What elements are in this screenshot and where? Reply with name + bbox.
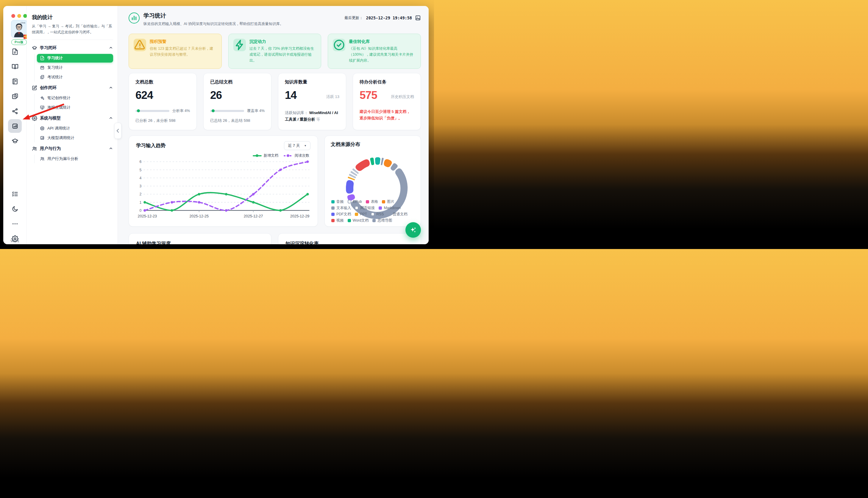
- alert-text: 你有 123 篇文档已超过 7 天未分析，建议尽快安排阅读与整理。: [150, 46, 217, 58]
- sidebar-nav: 学习闭环 学习统计 复习统计 考试统计 创作闭环 笔记创作统计 海报生成统计: [32, 43, 113, 163]
- nav-item-label: 考试统计: [47, 75, 63, 80]
- alert-best-conversion-base: 最佳转化库 《豆包 AI》知识库转化率最高（100%），建议优先复习相关卡片并持…: [328, 34, 421, 69]
- trend-line-chart: 01234562025-12-232025-12-252025-12-27202…: [136, 159, 311, 221]
- sidebar-item-note-creation-stats[interactable]: 笔记创作统计: [37, 94, 113, 103]
- rail-documents-button[interactable]: [11, 48, 18, 55]
- graduation-icon: [12, 137, 18, 144]
- rail-share-button[interactable]: [11, 107, 18, 115]
- sidebar-item-llm-call-stats[interactable]: 大模型调用统计: [37, 134, 113, 142]
- nav-group-system-and-models[interactable]: 系统与模型: [32, 113, 113, 123]
- alert-distillation-momentum: 沉淀动力 过去 7 天，你 73% 的学习文档都没有生成笔记，请尝试用知识卡或海…: [228, 34, 322, 69]
- svg-text:2025-12-25: 2025-12-25: [189, 214, 209, 218]
- sidebar-item-user-behavior-funnel[interactable]: 用户行为漏斗分析: [37, 155, 113, 163]
- rail-dark-mode-button[interactable]: [11, 205, 18, 212]
- stat-caption: 已分析 26，未分析 598: [135, 117, 190, 124]
- nav-item-label: 用户行为漏斗分析: [47, 156, 78, 161]
- donut-legend-item[interactable]: PPT: [355, 211, 367, 217]
- progress-dot: [137, 109, 140, 112]
- nav-item-label: API 调用统计: [47, 126, 70, 131]
- sidebar: 我的统计 从「学习 → 复习 → 考试」到「创作输出」与「系统调用」，一站式总览…: [27, 6, 118, 244]
- donut-legend-item[interactable]: 网页链接: [355, 205, 375, 211]
- svg-text:2025-12-29: 2025-12-29: [290, 214, 310, 218]
- avatar-name-label: Chris: [21, 22, 26, 24]
- progress-label: 覆盖率 4%: [247, 108, 265, 114]
- source-chart-title: 文档来源分布: [331, 141, 415, 148]
- nav-group-users-and-behavior[interactable]: 用户与行为: [32, 144, 113, 154]
- card-title: AI 辅助学习深度: [136, 241, 264, 244]
- chevron-up-icon: [109, 45, 113, 50]
- svg-text:1: 1: [140, 200, 142, 205]
- rail-more-button[interactable]: [11, 220, 18, 227]
- gear-icon: [32, 116, 37, 121]
- donut-legend-item[interactable]: RSS: [371, 211, 384, 217]
- ai-learning-depth-card: AI 辅助学习深度: [128, 233, 271, 244]
- stat-title: 待办分析任务: [360, 79, 414, 85]
- avatar[interactable]: Chris: [11, 20, 27, 38]
- donut-legend-item[interactable]: Markdown: [379, 205, 401, 211]
- presentation-icon: [40, 105, 45, 110]
- sidebar-item-poster-generation-stats[interactable]: 海报生成统计: [37, 103, 113, 112]
- nav-item-label: 复习统计: [47, 65, 63, 70]
- stat-value: 575: [360, 90, 377, 101]
- rail-library-button[interactable]: [11, 63, 18, 70]
- sidebar-collapse-button[interactable]: [114, 123, 121, 139]
- nav-group-creation-loop[interactable]: 创作闭环: [32, 83, 113, 93]
- nav-item-label: 学习统计: [47, 55, 63, 61]
- donut-legend-item[interactable]: 表格: [366, 199, 378, 205]
- export-image-icon[interactable]: [415, 15, 421, 21]
- chevron-up-icon: [109, 86, 113, 90]
- nav-group-study-loop[interactable]: 学习闭环: [32, 43, 113, 53]
- donut-legend-item[interactable]: EPub: [348, 199, 362, 205]
- bar-square-icon: [12, 123, 18, 130]
- notebook-icon: [12, 78, 18, 85]
- sidebar-item-api-call-stats[interactable]: API 调用统计: [37, 124, 113, 133]
- donut-legend-item[interactable]: PDF文档: [331, 211, 351, 217]
- donut-legend-item[interactable]: 音频: [331, 199, 344, 205]
- alert-text: 过去 7 天，你 73% 的学习文档都没有生成笔记，请尝试用知识卡或海报进行输出…: [249, 46, 316, 64]
- rail-statistics-button[interactable]: [8, 119, 22, 133]
- donut-legend-item[interactable]: 普通文档: [388, 211, 407, 217]
- rail-learning-button[interactable]: [11, 137, 18, 144]
- sidebar-item-exam-stats[interactable]: 考试统计: [37, 73, 113, 82]
- svg-text:2025-12-27: 2025-12-27: [244, 214, 263, 218]
- alert-row: 囤积预警 你有 123 篇文档已超过 7 天未分析，建议尽快安排阅读与整理。 沉…: [128, 34, 421, 69]
- nav-item-label: 笔记创作统计: [47, 95, 70, 101]
- stat-value: 14: [285, 90, 297, 101]
- donut-legend-item[interactable]: 文本输入: [331, 205, 351, 211]
- stat-row: 文档总数 624 分析率 4% 已分析 26，未分析 598 已总结文档 26 …: [128, 73, 421, 130]
- donut-legend-item[interactable]: Word文档: [348, 218, 369, 223]
- ai-assistant-fab[interactable]: [405, 222, 421, 238]
- stat-value: 26: [210, 90, 222, 101]
- donut-legend-item[interactable]: 思维导图: [372, 218, 392, 223]
- close-button[interactable]: [11, 14, 15, 18]
- date-range-select[interactable]: 近 7 天▼: [284, 141, 311, 150]
- file-text-icon: [12, 48, 18, 55]
- nav-item-label: 海报生成统计: [47, 105, 70, 110]
- alert-title: 囤积预警: [150, 39, 217, 44]
- stat-title: 知识库数量: [285, 79, 339, 85]
- rail-tasks-button[interactable]: [11, 190, 18, 197]
- progress-dot: [212, 109, 215, 112]
- main-content: 学习统计 纵览你的文档输入规模、AI 协同深度与知识沉淀转化情况，帮助你打造高质…: [118, 6, 429, 244]
- card-title: 知识沉淀转化率: [285, 241, 413, 244]
- users-icon: [40, 156, 45, 161]
- trend-legend-reads[interactable]: 阅读次数: [284, 153, 309, 158]
- check-circle-icon: [333, 39, 345, 51]
- donut-legend-item[interactable]: 视频: [331, 218, 344, 223]
- chevron-up-icon: [109, 146, 113, 151]
- rail-flashcards-button[interactable]: [11, 93, 18, 100]
- nav-group-label: 创作闭环: [40, 85, 106, 91]
- stat-caption: 活跃知识库： WiseMindAI / AI工具派 / 重新分析 等: [285, 109, 339, 123]
- page-title: 学习统计: [144, 13, 283, 19]
- donut-legend-item[interactable]: 图片: [382, 199, 394, 205]
- warn-icon: [134, 39, 146, 51]
- sidebar-item-study-stats[interactable]: 学习统计: [37, 54, 113, 63]
- trend-legend-new-docs[interactable]: 新增文档: [253, 153, 278, 158]
- stat-side-label: 历史积压文档: [391, 94, 414, 101]
- progress-track: [210, 110, 244, 112]
- sidebar-item-review-stats[interactable]: 复习统计: [37, 63, 113, 72]
- sidebar-title: 我的统计: [32, 14, 113, 21]
- rail-notebook-button[interactable]: [11, 78, 18, 85]
- svg-text:4: 4: [140, 176, 142, 180]
- minimize-button[interactable]: [17, 14, 21, 18]
